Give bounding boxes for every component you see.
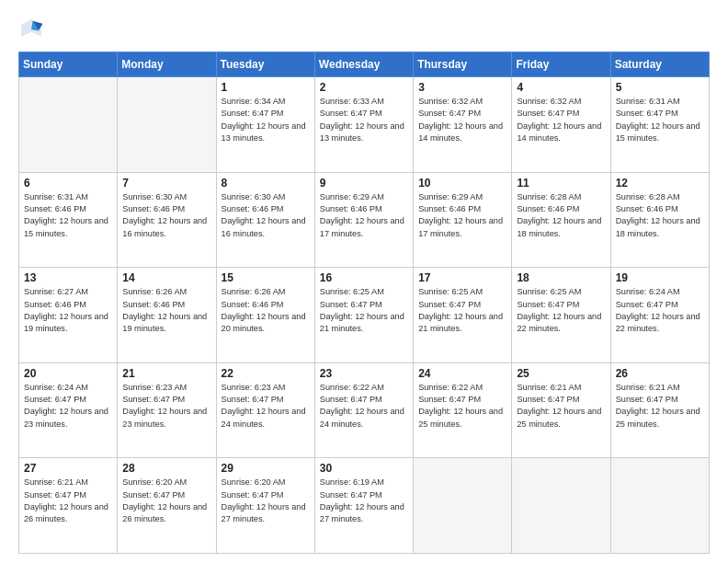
calendar-cell: 27Sunrise: 6:21 AM Sunset: 6:47 PM Dayli… — [19, 458, 118, 554]
day-number: 22 — [222, 367, 310, 380]
day-number: 2 — [320, 81, 408, 94]
calendar-cell — [19, 77, 118, 173]
logo-icon — [18, 17, 44, 42]
day-info: Sunrise: 6:28 AM Sunset: 6:46 PM Dayligh… — [517, 191, 605, 240]
day-number: 12 — [616, 177, 704, 190]
day-info: Sunrise: 6:22 AM Sunset: 6:47 PM Dayligh… — [418, 382, 506, 431]
day-info: Sunrise: 6:23 AM Sunset: 6:47 PM Dayligh… — [222, 382, 310, 431]
day-info: Sunrise: 6:20 AM Sunset: 6:47 PM Dayligh… — [222, 477, 310, 525]
day-number: 20 — [24, 367, 112, 380]
calendar-cell: 5Sunrise: 6:31 AM Sunset: 6:47 PM Daylig… — [610, 77, 709, 173]
calendar-cell: 2Sunrise: 6:33 AM Sunset: 6:47 PM Daylig… — [314, 77, 413, 173]
day-info: Sunrise: 6:21 AM Sunset: 6:47 PM Dayligh… — [24, 477, 112, 525]
day-number: 21 — [122, 367, 210, 380]
day-info: Sunrise: 6:34 AM Sunset: 6:47 PM Dayligh… — [222, 96, 310, 144]
day-number: 29 — [222, 462, 310, 475]
day-number: 6 — [24, 177, 112, 190]
day-info: Sunrise: 6:24 AM Sunset: 6:47 PM Dayligh… — [24, 382, 112, 431]
day-number: 18 — [517, 271, 605, 284]
weekday-header-friday: Friday — [512, 52, 610, 77]
calendar-cell: 30Sunrise: 6:19 AM Sunset: 6:47 PM Dayli… — [314, 458, 413, 554]
day-info: Sunrise: 6:32 AM Sunset: 6:47 PM Dayligh… — [517, 96, 605, 144]
page: SundayMondayTuesdayWednesdayThursdayFrid… — [0, 0, 728, 563]
day-number: 17 — [418, 271, 506, 284]
calendar-cell: 21Sunrise: 6:23 AM Sunset: 6:47 PM Dayli… — [118, 362, 216, 458]
day-info: Sunrise: 6:24 AM Sunset: 6:47 PM Dayligh… — [616, 286, 704, 335]
calendar-body: 1Sunrise: 6:34 AM Sunset: 6:47 PM Daylig… — [19, 77, 710, 554]
calendar-cell: 29Sunrise: 6:20 AM Sunset: 6:47 PM Dayli… — [216, 458, 314, 554]
day-number: 15 — [222, 271, 310, 284]
day-number: 10 — [418, 177, 506, 190]
calendar-cell: 19Sunrise: 6:24 AM Sunset: 6:47 PM Dayli… — [610, 268, 709, 363]
day-info: Sunrise: 6:26 AM Sunset: 6:46 PM Dayligh… — [122, 286, 210, 335]
day-info: Sunrise: 6:20 AM Sunset: 6:47 PM Dayligh… — [122, 477, 210, 525]
calendar-cell: 25Sunrise: 6:21 AM Sunset: 6:47 PM Dayli… — [512, 362, 610, 458]
day-number: 7 — [122, 177, 210, 190]
weekday-header-wednesday: Wednesday — [314, 52, 413, 77]
day-info: Sunrise: 6:23 AM Sunset: 6:47 PM Dayligh… — [122, 382, 210, 431]
day-info: Sunrise: 6:30 AM Sunset: 6:46 PM Dayligh… — [122, 191, 210, 240]
calendar-cell: 18Sunrise: 6:25 AM Sunset: 6:47 PM Dayli… — [512, 268, 610, 363]
calendar-cell: 17Sunrise: 6:25 AM Sunset: 6:47 PM Dayli… — [414, 268, 512, 363]
day-info: Sunrise: 6:21 AM Sunset: 6:47 PM Dayligh… — [517, 382, 605, 431]
day-info: Sunrise: 6:29 AM Sunset: 6:46 PM Dayligh… — [418, 191, 506, 240]
week-row-1: 6Sunrise: 6:31 AM Sunset: 6:46 PM Daylig… — [19, 172, 710, 268]
day-info: Sunrise: 6:33 AM Sunset: 6:47 PM Dayligh… — [320, 96, 408, 144]
calendar-cell — [512, 458, 610, 554]
day-number: 27 — [24, 462, 112, 475]
calendar-cell: 6Sunrise: 6:31 AM Sunset: 6:46 PM Daylig… — [19, 172, 118, 268]
calendar-cell: 9Sunrise: 6:29 AM Sunset: 6:46 PM Daylig… — [314, 172, 413, 268]
calendar-cell — [610, 458, 709, 554]
day-number: 19 — [616, 271, 704, 284]
day-info: Sunrise: 6:21 AM Sunset: 6:47 PM Dayligh… — [616, 382, 704, 431]
week-row-3: 20Sunrise: 6:24 AM Sunset: 6:47 PM Dayli… — [19, 362, 710, 458]
calendar-cell — [414, 458, 512, 554]
calendar-cell: 28Sunrise: 6:20 AM Sunset: 6:47 PM Dayli… — [118, 458, 216, 554]
day-info: Sunrise: 6:22 AM Sunset: 6:47 PM Dayligh… — [320, 382, 408, 431]
day-number: 24 — [418, 367, 506, 380]
calendar-cell: 24Sunrise: 6:22 AM Sunset: 6:47 PM Dayli… — [414, 362, 512, 458]
day-number: 28 — [122, 462, 210, 475]
calendar-cell: 10Sunrise: 6:29 AM Sunset: 6:46 PM Dayli… — [414, 172, 512, 268]
calendar-cell: 14Sunrise: 6:26 AM Sunset: 6:46 PM Dayli… — [118, 268, 216, 363]
calendar-cell — [118, 77, 216, 173]
day-info: Sunrise: 6:26 AM Sunset: 6:46 PM Dayligh… — [222, 286, 310, 335]
day-number: 16 — [320, 271, 408, 284]
calendar-cell: 26Sunrise: 6:21 AM Sunset: 6:47 PM Dayli… — [610, 362, 709, 458]
day-number: 14 — [122, 271, 210, 284]
weekday-header-sunday: Sunday — [19, 52, 118, 77]
day-info: Sunrise: 6:25 AM Sunset: 6:47 PM Dayligh… — [517, 286, 605, 335]
calendar-table: SundayMondayTuesdayWednesdayThursdayFrid… — [18, 52, 710, 554]
weekday-header-thursday: Thursday — [414, 52, 512, 77]
calendar-cell: 7Sunrise: 6:30 AM Sunset: 6:46 PM Daylig… — [118, 172, 216, 268]
weekday-header-tuesday: Tuesday — [216, 52, 314, 77]
day-info: Sunrise: 6:31 AM Sunset: 6:47 PM Dayligh… — [616, 96, 704, 144]
day-number: 8 — [222, 177, 310, 190]
calendar-cell: 15Sunrise: 6:26 AM Sunset: 6:46 PM Dayli… — [216, 268, 314, 363]
logo — [18, 17, 48, 42]
day-number: 13 — [24, 271, 112, 284]
calendar-cell: 16Sunrise: 6:25 AM Sunset: 6:47 PM Dayli… — [314, 268, 413, 363]
week-row-0: 1Sunrise: 6:34 AM Sunset: 6:47 PM Daylig… — [19, 77, 710, 173]
day-number: 25 — [517, 367, 605, 380]
calendar-cell: 22Sunrise: 6:23 AM Sunset: 6:47 PM Dayli… — [216, 362, 314, 458]
day-number: 3 — [418, 81, 506, 94]
calendar-cell: 12Sunrise: 6:28 AM Sunset: 6:46 PM Dayli… — [610, 172, 709, 268]
day-info: Sunrise: 6:25 AM Sunset: 6:47 PM Dayligh… — [320, 286, 408, 335]
day-info: Sunrise: 6:30 AM Sunset: 6:46 PM Dayligh… — [222, 191, 310, 240]
weekday-header-saturday: Saturday — [610, 52, 709, 77]
day-info: Sunrise: 6:31 AM Sunset: 6:46 PM Dayligh… — [24, 191, 112, 240]
day-number: 23 — [320, 367, 408, 380]
day-info: Sunrise: 6:25 AM Sunset: 6:47 PM Dayligh… — [418, 286, 506, 335]
weekday-header-monday: Monday — [118, 52, 216, 77]
day-info: Sunrise: 6:29 AM Sunset: 6:46 PM Dayligh… — [320, 191, 408, 240]
day-number: 30 — [320, 462, 408, 475]
day-number: 5 — [616, 81, 704, 94]
day-number: 4 — [517, 81, 605, 94]
calendar-cell: 1Sunrise: 6:34 AM Sunset: 6:47 PM Daylig… — [216, 77, 314, 173]
day-info: Sunrise: 6:19 AM Sunset: 6:47 PM Dayligh… — [320, 477, 408, 525]
week-row-4: 27Sunrise: 6:21 AM Sunset: 6:47 PM Dayli… — [19, 458, 710, 554]
calendar-cell: 3Sunrise: 6:32 AM Sunset: 6:47 PM Daylig… — [414, 77, 512, 173]
week-row-2: 13Sunrise: 6:27 AM Sunset: 6:46 PM Dayli… — [19, 268, 710, 363]
day-number: 11 — [517, 177, 605, 190]
